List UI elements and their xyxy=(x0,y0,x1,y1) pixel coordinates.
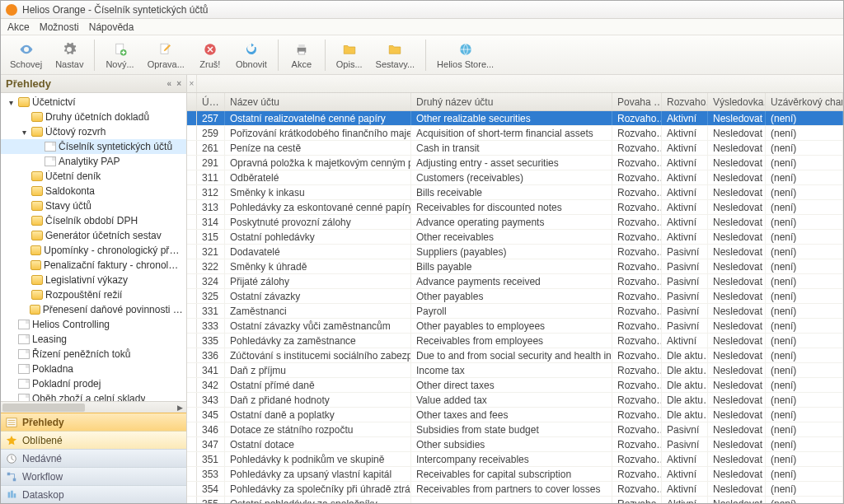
table-row[interactable]: 313Pohledávky za eskontované cenné papír… xyxy=(187,200,843,215)
filter-expand-icon[interactable]: × xyxy=(187,75,197,92)
cell-n1: Poskytnuté provozní zálohy xyxy=(225,215,411,229)
cell-vys: Nesledovat xyxy=(708,111,766,125)
collapse-icon[interactable]: « xyxy=(167,79,172,88)
tree-item[interactable]: Penalizační faktury - chronologický xyxy=(1,258,186,273)
cell-pov: Rozvaho… xyxy=(612,452,662,466)
table-row[interactable]: 345Ostatní daně a poplatkyOther taxes an… xyxy=(187,408,843,422)
menu-moznosti[interactable]: Možnosti xyxy=(40,21,79,33)
table-row[interactable]: 261Peníze na cestěCash in transitRozvaho… xyxy=(187,141,843,156)
tree-item[interactable]: Generátor účetních sestav xyxy=(1,228,186,243)
tree-item[interactable]: Rozpouštění režií xyxy=(1,287,186,302)
table-row[interactable]: 314Poskytnuté provozní zálohyAdvance ope… xyxy=(187,215,843,230)
column-header[interactable]: Název účtu xyxy=(225,93,411,110)
cell-pov: Rozvaho… xyxy=(612,319,662,333)
tree-item[interactable]: Pokladna xyxy=(1,362,186,376)
table-row[interactable]: 315Ostatní pohledávkyOther receivablesRo… xyxy=(187,230,843,245)
tree-item[interactable]: Analytiky PAP xyxy=(1,154,186,169)
toolbar-oprava-[interactable]: Oprava... xyxy=(142,39,190,72)
table-row[interactable]: 321DodavateléSuppliers (payables)Rozvaho… xyxy=(187,245,843,259)
tree-item[interactable]: Řízení peněžních toků xyxy=(1,347,186,362)
table-row[interactable]: 346Dotace ze státního rozpočtuSubsidies … xyxy=(187,422,843,437)
tree-item[interactable]: Účetní deník xyxy=(1,169,186,184)
nav-bar-workflow[interactable]: Workflow xyxy=(1,467,186,485)
menu-napoveda[interactable]: Nápověda xyxy=(89,21,134,33)
tree-item[interactable]: Stavy účtů xyxy=(1,198,186,213)
table-row[interactable]: 355Ostatní pohledávky za společníkyRozva… xyxy=(187,497,843,503)
column-header[interactable]: Povaha … xyxy=(612,93,662,110)
table-row[interactable]: 331ZaměstnanciPayrollRozvaho…PasivníNesl… xyxy=(187,304,843,319)
table-row[interactable]: 311OdběrateléCustomers (receivables)Rozv… xyxy=(187,170,843,185)
tree-item[interactable]: Saldokonta xyxy=(1,184,186,198)
table-row[interactable]: 325Ostatní závazkyOther payablesRozvaho…… xyxy=(187,289,843,304)
tree-item[interactable]: ▾Účetnictví xyxy=(1,95,186,110)
tree-item[interactable]: Číselník období DPH xyxy=(1,213,186,228)
close-icon[interactable]: × xyxy=(176,79,181,88)
cell-pov: Rozvaho… xyxy=(612,126,662,140)
table-row[interactable]: 312Směnky k inkasuBills receivableRozvah… xyxy=(187,185,843,200)
filter-input[interactable] xyxy=(199,77,842,91)
table-row[interactable]: 341Daň z příjmuIncome taxRozvaho…Dle akt… xyxy=(187,363,843,378)
cell-vys: Nesledovat xyxy=(708,156,766,170)
tree-item[interactable]: Přenesení daňové povinnosti - hlavní xyxy=(1,302,186,317)
tree-item[interactable]: Upomínky - chronologický přehled xyxy=(1,243,186,258)
tree-item[interactable]: Helios Controlling xyxy=(1,317,186,332)
tree-hscrollbar[interactable]: ▶ xyxy=(1,401,186,413)
tree-item[interactable]: Druhy účetních dokladů xyxy=(1,110,186,124)
table-row[interactable]: 324Přijaté zálohyAdvance payments receiv… xyxy=(187,274,843,289)
toolbar-nov-[interactable]: Nový... xyxy=(100,39,139,72)
page-icon xyxy=(45,156,56,166)
table-row[interactable]: 342Ostatní přímé daněOther direct taxesR… xyxy=(187,378,843,393)
column-header[interactable]: Výsledovka… xyxy=(708,93,766,110)
cell-num: 336 xyxy=(197,348,225,362)
table-row[interactable]: 335Pohledávky za zaměstnanceReceivables … xyxy=(187,334,843,348)
toolbar-nastav[interactable]: Nastav xyxy=(49,39,89,72)
nav-label: Oblíbené xyxy=(22,435,63,446)
menu-akce[interactable]: Akce xyxy=(7,21,30,33)
table-row[interactable]: 354Pohledávky za společníky při úhradě z… xyxy=(187,482,843,497)
tree-item[interactable]: Leasing xyxy=(1,332,186,347)
scrollbar-arrow-right[interactable]: ▶ xyxy=(175,404,185,412)
table-row[interactable]: 291Opravná položka k majetkovým cenným p… xyxy=(187,156,843,170)
toolbar-akce[interactable]: Akce xyxy=(284,39,320,72)
column-header[interactable]: Ú… xyxy=(197,93,225,110)
table-row[interactable]: 322Směnky k úhraděBills payableRozvaho…P… xyxy=(187,259,843,274)
tree-item[interactable]: Oběh zboží a celní sklady xyxy=(1,391,186,401)
grid-body[interactable]: ▶257Ostatní realizovatelné cenné papíryO… xyxy=(187,111,843,503)
cell-uz: (není) xyxy=(766,141,843,155)
cell-num: 325 xyxy=(197,289,225,303)
toolbar-obnovit[interactable]: Obnovit xyxy=(230,39,273,72)
tree-item[interactable]: ▾Účtový rozvrh xyxy=(1,124,186,139)
table-row[interactable]: 347Ostatní dotaceOther subsidiesRozvaho…… xyxy=(187,437,843,452)
toolbar-zru-[interactable]: Zruš! xyxy=(192,39,228,72)
tree-item[interactable]: Legislativní výkazy xyxy=(1,273,186,287)
tree-item[interactable]: Pokladní prodej xyxy=(1,376,186,391)
table-row[interactable]: 351Pohledávky k podnikům ve skupiněInter… xyxy=(187,452,843,467)
nav-bar-oblíbené[interactable]: Oblíbené xyxy=(1,431,186,449)
scrollbar-thumb[interactable] xyxy=(2,404,85,412)
tree[interactable]: ▾ÚčetnictvíDruhy účetních dokladů▾Účtový… xyxy=(1,93,186,401)
tree-expander-icon[interactable]: ▾ xyxy=(19,128,29,137)
column-header[interactable]: Druhý název účtu xyxy=(411,93,612,110)
table-row[interactable]: ▶257Ostatní realizovatelné cenné papíryO… xyxy=(187,111,843,126)
toolbar-schovej[interactable]: Schovej xyxy=(4,39,48,72)
table-row[interactable]: 259Pořizování krátkodobého finančního ma… xyxy=(187,126,843,141)
nav-bar-přehledy[interactable]: Přehledy xyxy=(1,413,186,431)
svg-rect-5 xyxy=(298,44,305,48)
edit-icon xyxy=(157,41,174,58)
cell-n2: Other subsidies xyxy=(411,437,612,451)
tree-item[interactable]: Číselník syntetických účtů xyxy=(1,139,186,154)
nav-bar-nedávné[interactable]: Nedávné xyxy=(1,449,186,467)
column-header[interactable]: Uzávěrkový charakter xyxy=(766,93,843,110)
table-row[interactable]: 336Zúčtování s institucemi sociálního za… xyxy=(187,348,843,363)
toolbar-sestavy-[interactable]: Sestavy... xyxy=(370,39,420,72)
cell-num: 341 xyxy=(197,363,225,377)
table-row[interactable]: 353Pohledávky za upsaný vlastní kapitálR… xyxy=(187,467,843,482)
toolbar-opis-[interactable]: Opis... xyxy=(331,39,368,72)
row-marker xyxy=(187,245,197,259)
table-row[interactable]: 343Daň z přidané hodnotyValue added taxR… xyxy=(187,393,843,408)
tree-expander-icon[interactable]: ▾ xyxy=(6,98,16,107)
nav-bar-dataskop[interactable]: Dataskop xyxy=(1,485,186,503)
column-header[interactable]: Rozvaho… xyxy=(662,93,708,110)
table-row[interactable]: 333Ostatní závazky vůči zaměstnancůmOthe… xyxy=(187,319,843,334)
toolbar-helios-store-[interactable]: Helios Store... xyxy=(431,39,499,72)
